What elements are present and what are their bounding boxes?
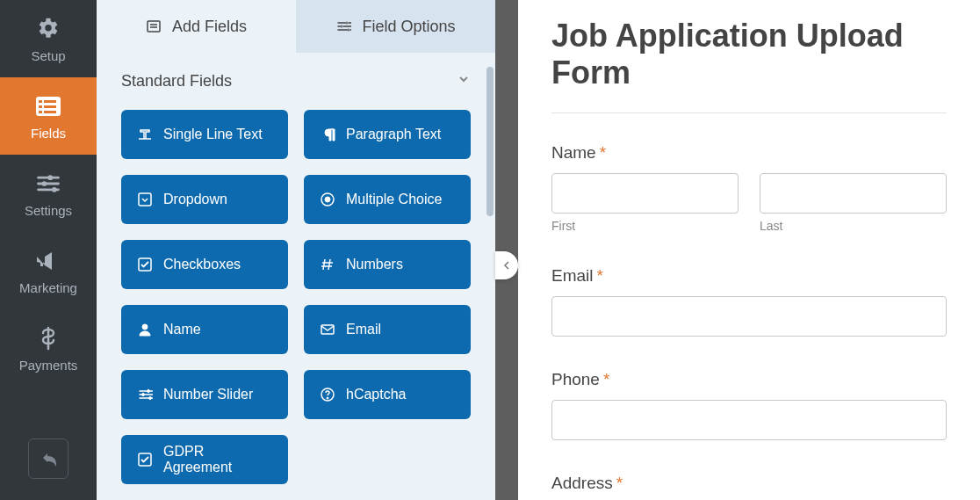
dollar-icon: [34, 324, 62, 352]
field-email: Email*: [551, 266, 947, 337]
last-sublabel: Last: [760, 219, 947, 233]
bullhorn-icon: [34, 247, 62, 275]
accordion-title: Standard Fields: [121, 72, 232, 91]
nav-settings[interactable]: Settings: [0, 155, 97, 232]
undo-button[interactable]: [28, 438, 68, 479]
hash-icon: [320, 257, 335, 272]
field-type-label: Checkboxes: [163, 257, 241, 272]
undo-icon: [40, 450, 57, 467]
sliders-icon: [335, 18, 351, 34]
nav-setup[interactable]: Setup: [0, 0, 97, 77]
sliders-icon: [137, 387, 153, 402]
last-name-input[interactable]: [760, 173, 947, 214]
panel-collapse-handle[interactable]: [495, 251, 518, 279]
user-icon: [137, 322, 153, 337]
accordion-standard-fields[interactable]: Standard Fields: [121, 72, 471, 91]
field-type-multiple-choice[interactable]: Multiple Choice: [304, 175, 471, 224]
field-type-gdpr[interactable]: GDPR Agreement: [121, 435, 288, 484]
field-type-checkboxes[interactable]: Checkboxes: [121, 240, 288, 289]
field-type-paragraph-text[interactable]: Paragraph Text: [304, 110, 471, 159]
tab-field-options-label: Field Options: [362, 18, 455, 36]
field-type-label: Email: [346, 322, 381, 337]
field-type-numbers[interactable]: Numbers: [304, 240, 471, 289]
field-type-label: hCaptcha: [346, 387, 407, 402]
field-phone: Phone*: [551, 370, 947, 440]
field-type-single-line-text[interactable]: Single Line Text: [121, 110, 288, 159]
first-sublabel: First: [551, 219, 739, 233]
field-type-label: GDPR Agreement: [163, 444, 272, 475]
field-type-label: Numbers: [346, 257, 403, 272]
nav-marketing[interactable]: Marketing: [0, 232, 97, 309]
gear-icon: [34, 15, 62, 43]
form-title: Job Application Upload Form: [551, 18, 947, 91]
field-type-label: Number Slider: [163, 387, 253, 402]
nav-settings-label: Settings: [25, 203, 72, 218]
field-type-label: Dropdown: [163, 192, 227, 207]
nav-payments-label: Payments: [19, 358, 78, 373]
field-type-name[interactable]: Name: [121, 305, 288, 354]
field-address-label: Address*: [551, 474, 947, 493]
field-type-label: Multiple Choice: [346, 192, 442, 207]
nav-payments[interactable]: Payments: [0, 309, 97, 387]
field-phone-label: Phone*: [551, 370, 947, 389]
form-icon: [146, 18, 162, 34]
check-sq-icon: [137, 452, 153, 467]
nav-setup-label: Setup: [31, 48, 65, 63]
field-type-hcaptcha[interactable]: hCaptcha: [304, 370, 471, 419]
first-name-input[interactable]: [551, 173, 739, 214]
mail-icon: [320, 322, 335, 337]
nav-fields[interactable]: Fields: [0, 77, 97, 155]
fields-icon: [34, 92, 62, 120]
radio-icon: [320, 192, 335, 207]
field-type-label: Single Line Text: [163, 127, 263, 142]
tab-field-options[interactable]: Field Options: [296, 0, 495, 53]
tab-add-fields-label: Add Fields: [172, 18, 247, 36]
caret-sq-icon: [137, 192, 153, 207]
text-icon: [137, 127, 153, 142]
field-type-email[interactable]: Email: [304, 305, 471, 354]
phone-input[interactable]: [551, 400, 947, 440]
email-input[interactable]: [551, 296, 947, 337]
field-type-label: Paragraph Text: [346, 127, 441, 142]
nav-marketing-label: Marketing: [19, 280, 77, 295]
divider: [551, 112, 947, 113]
field-address: Address*: [551, 474, 947, 493]
tab-add-fields[interactable]: Add Fields: [97, 0, 296, 53]
field-email-label: Email*: [551, 266, 947, 286]
nav-fields-label: Fields: [31, 126, 66, 141]
field-type-label: Name: [163, 322, 201, 337]
scrollbar-thumb[interactable]: [486, 67, 494, 216]
check-sq-icon: [137, 257, 153, 272]
field-type-number-slider[interactable]: Number Slider: [121, 370, 288, 419]
field-type-dropdown[interactable]: Dropdown: [121, 175, 288, 224]
field-name-label: Name*: [551, 143, 947, 163]
sliders-icon: [34, 170, 62, 198]
help-icon: [320, 387, 335, 402]
chevron-down-icon: [457, 72, 471, 91]
paragraph-icon: [320, 127, 335, 142]
field-name: Name* First Last: [551, 143, 947, 233]
